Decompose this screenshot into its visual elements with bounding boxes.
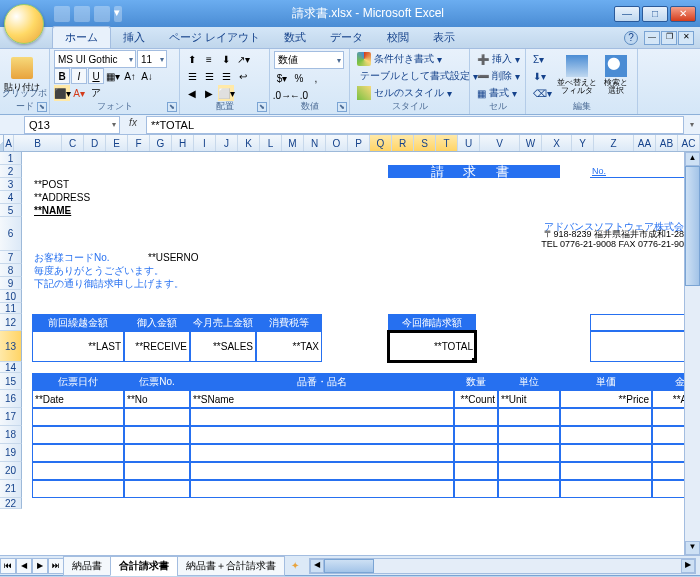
vertical-scrollbar[interactable]: ▲ ▼ (684, 152, 700, 555)
row-header[interactable]: 9 (0, 277, 22, 290)
cell[interactable] (498, 462, 560, 480)
cell[interactable]: 単位 (498, 373, 560, 390)
cell[interactable]: **SName (190, 390, 454, 408)
column-header[interactable]: J (216, 135, 238, 151)
column-header[interactable]: AA (634, 135, 656, 151)
row-header[interactable]: 15 (0, 373, 22, 390)
row-header[interactable]: 7 (0, 251, 22, 264)
find-select-button[interactable]: 検索と 選択 (599, 51, 633, 99)
vscroll-thumb[interactable] (685, 166, 700, 286)
undo-icon[interactable] (74, 6, 90, 22)
cell[interactable] (32, 444, 124, 462)
cell[interactable] (560, 426, 652, 444)
row-header[interactable]: 3 (0, 178, 22, 191)
cell[interactable]: 請 求 書 (388, 165, 560, 178)
cell[interactable] (190, 426, 454, 444)
font-name-combo[interactable]: MS UI Gothic (54, 50, 136, 68)
cell[interactable] (124, 462, 190, 480)
new-sheet-button[interactable]: ✦ (285, 560, 305, 571)
clear-button[interactable]: ⌫▾ (530, 85, 555, 101)
fill-color-button[interactable]: ⬛▾ (54, 85, 70, 101)
column-header[interactable]: Y (572, 135, 594, 151)
cell[interactable]: 伝票No. (124, 373, 190, 390)
cell[interactable]: 御入金額 (124, 314, 190, 331)
column-header[interactable]: O (326, 135, 348, 151)
cell[interactable]: TEL 0776-21-9008 FAX 0776-21-9022 (344, 217, 696, 251)
row-header[interactable]: 19 (0, 444, 22, 462)
cell[interactable] (190, 462, 454, 480)
formula-bar-expand[interactable]: ▾ (684, 120, 700, 129)
column-header[interactable]: C (62, 135, 84, 151)
tab-data[interactable]: データ (318, 27, 375, 48)
tab-insert[interactable]: 挿入 (111, 27, 157, 48)
orientation-button[interactable]: ↗▾ (235, 51, 251, 67)
align-center-button[interactable]: ☰ (201, 68, 217, 84)
column-header[interactable]: E (106, 135, 128, 151)
sheet-tab[interactable]: 納品書 (63, 556, 111, 576)
row-header[interactable]: 20 (0, 462, 22, 480)
align-right-button[interactable]: ☰ (218, 68, 234, 84)
cell[interactable] (190, 408, 454, 426)
row-header[interactable]: 5 (0, 204, 22, 217)
scroll-up-button[interactable]: ▲ (685, 152, 700, 166)
cell[interactable]: 前回繰越金額 (32, 314, 124, 331)
cell[interactable]: 数量 (454, 373, 498, 390)
column-header[interactable]: P (348, 135, 370, 151)
tab-view[interactable]: 表示 (421, 27, 467, 48)
cell[interactable]: **USERNO (146, 251, 234, 264)
close-button[interactable]: ✕ (670, 6, 696, 22)
column-header[interactable]: X (542, 135, 572, 151)
cell[interactable]: **LAST (32, 331, 124, 362)
cell[interactable]: 消費税等 (256, 314, 322, 331)
row-header[interactable]: 13 (0, 331, 22, 362)
align-top-button[interactable]: ⬆ (184, 51, 200, 67)
row-header[interactable]: 16 (0, 390, 22, 408)
cell[interactable] (498, 480, 560, 498)
cell[interactable] (32, 408, 124, 426)
cell[interactable]: 伝票日付 (32, 373, 124, 390)
row-header[interactable]: 8 (0, 264, 22, 277)
cell[interactable]: 今月売上金額 (190, 314, 256, 331)
scroll-left-button[interactable]: ◀ (310, 559, 324, 573)
column-header[interactable]: V (480, 135, 520, 151)
sheet-nav-first[interactable]: ⏮ (0, 558, 16, 574)
sheet-tab[interactable]: 納品書＋合計請求書 (177, 556, 285, 576)
percent-button[interactable]: % (291, 70, 307, 86)
tab-formulas[interactable]: 数式 (272, 27, 318, 48)
row-header[interactable]: 18 (0, 426, 22, 444)
tab-page-layout[interactable]: ページ レイアウト (157, 27, 272, 48)
comma-button[interactable]: , (308, 70, 324, 86)
fill-button[interactable]: ⬇▾ (530, 68, 555, 84)
accounting-button[interactable]: $▾ (274, 70, 290, 86)
sheet-nav-prev[interactable]: ◀ (16, 558, 32, 574)
cell[interactable]: **TAX (256, 331, 322, 362)
column-header[interactable]: T (436, 135, 458, 151)
formula-input[interactable]: **TOTAL (146, 116, 684, 134)
italic-button[interactable]: I (71, 68, 87, 84)
cell[interactable] (32, 480, 124, 498)
cell-styles-button[interactable]: セルのスタイル▾ (354, 85, 465, 101)
row-header[interactable]: 17 (0, 408, 22, 426)
sheet-nav-last[interactable]: ⏭ (48, 558, 64, 574)
cell[interactable]: 毎度ありがとうございます。 (32, 264, 234, 277)
minimize-button[interactable]: — (614, 6, 640, 22)
align-launcher[interactable]: ⬊ (257, 102, 267, 112)
cell[interactable] (124, 444, 190, 462)
maximize-button[interactable]: □ (642, 6, 668, 22)
autosum-button[interactable]: Σ▾ (530, 51, 555, 67)
cell[interactable]: 下記の通り御請求申し上げます。 (32, 277, 278, 290)
number-launcher[interactable]: ⬊ (337, 102, 347, 112)
office-button[interactable] (4, 4, 44, 44)
cell[interactable] (32, 426, 124, 444)
cell[interactable]: 単価 (560, 373, 652, 390)
sheet-tab[interactable]: 合計請求書 (110, 556, 178, 576)
column-header[interactable]: AC (678, 135, 700, 151)
font-color-button[interactable]: A▾ (71, 85, 87, 101)
font-size-combo[interactable]: 11 (137, 50, 167, 68)
cell[interactable] (454, 480, 498, 498)
cell[interactable]: **Date (32, 390, 124, 408)
cell[interactable] (190, 480, 454, 498)
cell[interactable] (190, 444, 454, 462)
hscroll-thumb[interactable] (324, 559, 374, 573)
cell[interactable]: **No (124, 390, 190, 408)
